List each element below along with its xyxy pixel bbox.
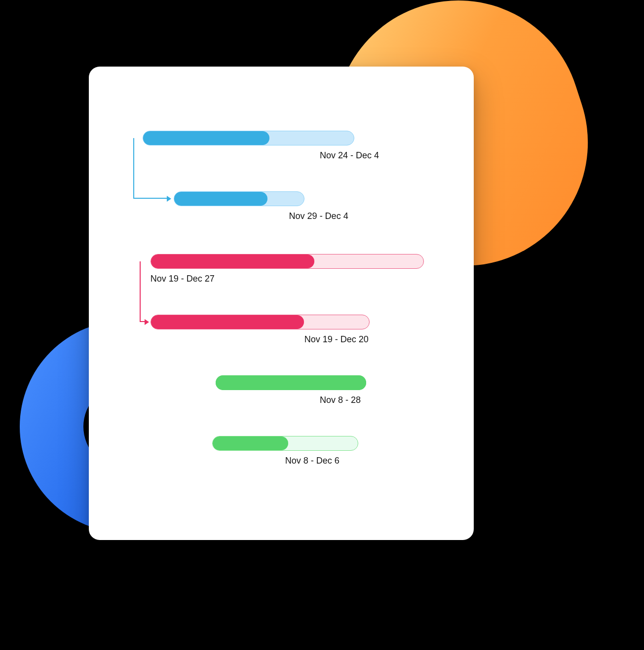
dependency-arrow-icon [145,319,149,325]
task-progress [151,315,304,329]
task-progress [174,192,267,206]
task-progress [216,375,366,390]
task-bar[interactable] [174,191,304,206]
task-date-label: Nov 8 - 28 [320,395,361,405]
task-date-label: Nov 19 - Dec 20 [304,334,369,345]
task-bar[interactable] [151,315,370,329]
gantt-card: Nov 24 - Dec 4 Nov 29 - Dec 4 Nov 19 - D… [89,67,474,540]
task-progress [151,254,314,268]
task-progress [213,436,288,450]
dependency-connector [140,261,146,322]
task-bar[interactable] [216,375,366,390]
dependency-arrow-icon [167,196,171,202]
task-bar[interactable] [212,436,358,451]
task-date-label: Nov 8 - Dec 6 [285,456,340,466]
task-bar[interactable] [143,131,354,145]
dependency-connector [133,138,168,199]
task-date-label: Nov 24 - Dec 4 [320,150,379,161]
gantt-chart: Nov 24 - Dec 4 Nov 29 - Dec 4 Nov 19 - D… [89,67,474,540]
task-date-label: Nov 19 - Dec 27 [151,274,215,284]
task-date-label: Nov 29 - Dec 4 [289,211,348,221]
task-bar[interactable] [151,254,424,269]
